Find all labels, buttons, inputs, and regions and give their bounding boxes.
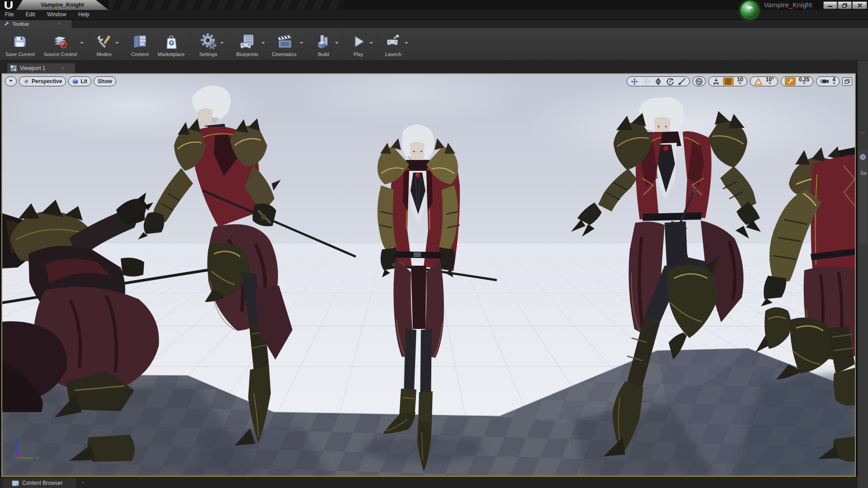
tab-toolbar-close[interactable]: × [58,21,61,26]
lit-label: Lit [80,78,87,84]
tab-content-browser[interactable]: Content Browser [3,478,76,488]
marketplace-orb-icon[interactable] [740,0,759,19]
main-toolbar: Save Current Source Control Modes Conten… [0,28,868,61]
viewport-3d[interactable]: Perspective Lit Show 2D [1,73,856,477]
unreal-engine-logo-icon [3,0,14,9]
tab-viewport-close[interactable]: × [61,66,64,71]
titlebar-stripes [108,0,344,10]
grid-snap-value[interactable]: 10 [737,77,743,85]
gizmo-y-label: Y [36,455,39,461]
help-icon[interactable]: ? [7,464,14,471]
viewport-right-controls: 2D 10 10° 0,25 [627,76,852,86]
wrench-icon [4,21,9,27]
perspective-label: Perspective [32,78,62,84]
build-button[interactable]: Build [311,28,341,60]
cinematics-label: Cinematics [272,52,296,57]
content-button[interactable]: Content [127,28,153,60]
launch-label: Launch [385,52,401,57]
cinematics-button[interactable]: Cinematics [267,28,305,60]
launch-device-icon [385,33,401,50]
sidebar-tab-label: Se [860,170,867,176]
lit-cube-icon [72,79,78,84]
build-label: Build [318,52,329,57]
content-browser-icon [12,480,19,486]
build-blocks-icon [316,33,332,50]
translate-rotate-combo-tool-icon[interactable] [642,78,650,85]
toolbar-separator [308,30,309,57]
tab-toolbar[interactable]: Toolbar × [0,19,71,28]
clapperboard-icon [276,33,293,50]
menu-window[interactable]: Window [42,10,71,19]
viewport-tab-row: Viewport 1 × [0,60,858,73]
blueprints-button[interactable]: Blueprints [231,28,267,60]
rotation-snap-group: 10° [750,76,778,86]
angle-snap-value[interactable]: 10° [766,77,774,85]
menu-bar: File Edit Window Help [0,10,868,20]
settings-label: Settings [199,52,217,57]
menu-file[interactable]: File [0,10,19,19]
play-label: Play [354,52,363,57]
marketplace-button[interactable]: Marketplace [153,28,189,60]
scale-snap-toggle[interactable] [785,77,796,85]
maximize-viewport-button[interactable] [842,77,852,86]
modes-button[interactable]: Modes [91,28,121,60]
unreal-editor-window: { "titlebar": { "tab_title": "Vampire_Kn… [0,0,868,488]
tab-content-browser-close[interactable]: × [81,480,84,485]
2d-move-tool-icon[interactable]: 2D [654,78,662,85]
project-title-tab[interactable]: Vampire_Knight [16,0,108,10]
marketplace-label: Marketplace [158,52,185,57]
play-button[interactable]: Play [346,28,375,60]
modes-label: Modes [97,52,112,57]
rotate-tool-icon[interactable] [666,78,674,85]
show-button[interactable]: Show [94,76,116,86]
content-label: Content [131,52,149,57]
perspective-button[interactable]: Perspective [19,76,66,86]
transform-tools-group: 2D [627,76,690,86]
grid-snap-toggle[interactable] [723,77,734,85]
scale-arrow-icon [788,79,793,84]
info-icon: i [860,154,866,160]
source-control-button[interactable]: Source Control [39,28,86,60]
viewport-canvas[interactable] [2,74,855,476]
chevron-down-icon [803,83,806,85]
camera-speed-group: 4 [816,76,840,86]
scale-snap-value[interactable]: 0,25 [799,77,809,85]
chevron-down-icon [739,83,741,85]
camera-speed-icon[interactable] [820,78,829,84]
minimize-button[interactable] [823,1,837,9]
settings-button[interactable]: Settings [195,28,226,60]
project-name-label: Vampire_Knight [764,1,812,9]
svg-text:2D: 2D [656,80,660,83]
viewport-options-button[interactable] [5,76,17,86]
toolbar-separator [228,30,229,57]
sidebar-collapsed-tab[interactable]: i Se [859,150,868,244]
save-current-button[interactable]: Save Current [1,28,39,60]
content-drawer-icon [132,33,148,50]
tab-content-browser-label: Content Browser [22,480,62,486]
surface-snap-icon[interactable] [712,78,720,85]
translate-tool-icon[interactable] [631,78,638,85]
toolbar-separator [88,30,89,57]
gizmo-z-label: Z [15,438,19,443]
angle-snap-icon[interactable] [754,78,763,85]
floppy-disk-icon [12,33,28,50]
tab-viewport-1[interactable]: Viewport 1 × [7,63,75,73]
toolbar-separator [343,30,344,57]
title-bar: Vampire_Knight Vampire_Knight [0,0,868,10]
viewport-grid-icon [10,65,17,71]
right-sidebar-strip: i Se [858,60,868,488]
launch-button[interactable]: Launch [381,28,410,60]
restore-button[interactable] [838,1,852,9]
content-browser-bar: Content Browser × [0,477,858,488]
menu-help[interactable]: Help [73,10,94,19]
blueprints-label: Blueprints [236,52,258,57]
close-button[interactable] [852,1,867,9]
scale-tool-icon[interactable] [678,78,686,85]
lit-button[interactable]: Lit [68,76,91,86]
world-coordinate-button[interactable] [693,76,706,86]
perspective-icon [23,79,29,84]
menu-edit[interactable]: Edit [21,10,40,19]
camera-speed-value[interactable]: 4 [832,77,835,85]
viewport-left-controls: Perspective Lit Show [5,76,116,86]
gear-icon [200,33,217,50]
